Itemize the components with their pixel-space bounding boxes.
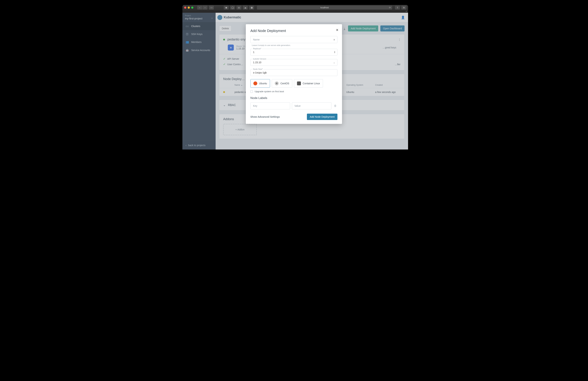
toolbar-ext-2-icon[interactable]: ◯ — [230, 6, 235, 10]
share-button[interactable]: ⇪ — [395, 6, 400, 10]
kubelet-label: kubelet Version — [252, 58, 267, 60]
tab-strip: + — [182, 10, 408, 13]
toolbar-grid-icon[interactable]: ▦ — [249, 6, 254, 10]
kubelet-version-field[interactable]: kubelet Version 1.15.10 ⌄ — [250, 59, 337, 66]
value-label: Value — [294, 104, 301, 107]
url-text: localhost — [320, 6, 329, 9]
name-field[interactable]: Name ⤭ — [250, 36, 337, 43]
number-stepper-icon[interactable]: ▲▼ — [334, 51, 336, 53]
minimize-window-icon[interactable] — [188, 6, 190, 9]
checkbox-icon — [250, 90, 253, 93]
maximize-window-icon[interactable] — [191, 6, 193, 9]
close-window-icon[interactable] — [184, 6, 186, 9]
container-linux-icon — [297, 81, 301, 85]
toolbar-ext-1-icon[interactable]: ◉ — [224, 6, 229, 10]
chevron-down-icon: ⌄ — [333, 61, 335, 64]
window-controls — [184, 6, 193, 9]
node-size-field[interactable]: Node Size* s-1vcpu-1gb — [250, 69, 337, 76]
os-option-centos[interactable]: CentOS — [272, 79, 292, 88]
reload-icon[interactable]: ⟳ — [389, 6, 391, 9]
trash-icon[interactable]: 🗑 — [333, 104, 337, 108]
upgrade-on-boot-checkbox[interactable]: Upgrade system on first boot — [250, 90, 337, 93]
os-label: Ubuntu — [259, 82, 267, 85]
os-option-container-linux[interactable]: Container Linux — [294, 79, 323, 88]
os-label: Container Linux — [303, 82, 320, 85]
node-size-label: Node Size* — [252, 68, 263, 70]
node-labels-title: Node Labels — [250, 96, 337, 100]
key-label: Key — [253, 104, 257, 107]
add-node-deployment-modal: Add Node Deployment ✕ Name ⤭ Leave it em… — [246, 24, 342, 124]
show-advanced-link[interactable]: Show Advanced Settings — [250, 115, 280, 118]
address-bar[interactable]: localhost ⟳ — [257, 6, 392, 10]
toolbar-ext-3-icon[interactable]: ◎ — [236, 6, 241, 10]
nav-back-button[interactable]: ‹ — [197, 6, 202, 10]
browser-titlebar: ‹ › ▭ ◉ ◯ ◎ ☁ ▦ localhost ⟳ ⇪ ⧉ — [182, 5, 408, 10]
nav-forward-button[interactable]: › — [203, 6, 208, 10]
upgrade-label: Upgrade system on first boot — [255, 90, 284, 93]
replicas-field[interactable]: Replicas* 1 ▲▼ — [250, 49, 337, 55]
tabs-button[interactable]: ⧉ — [401, 6, 406, 10]
label-value-field[interactable]: Value — [292, 102, 332, 109]
toolbar-cloud-icon[interactable]: ☁ — [243, 6, 248, 10]
sidebar-toggle-button[interactable]: ▭ — [209, 6, 214, 10]
submit-add-node-deployment-button[interactable]: Add Node Deployment — [307, 114, 337, 120]
os-label: CentOS — [280, 82, 289, 85]
ubuntu-icon — [253, 81, 257, 85]
os-option-ubuntu[interactable]: Ubuntu — [250, 79, 270, 88]
close-icon[interactable]: ✕ — [336, 28, 338, 32]
name-label: Name — [253, 38, 260, 41]
replicas-label: Replicas* — [252, 47, 262, 50]
label-key-field[interactable]: Key — [250, 102, 290, 109]
node-size-value: s-1vcpu-1gb — [253, 71, 335, 74]
centos-icon — [275, 81, 279, 85]
modal-title: Add Node Deployment — [250, 29, 337, 33]
shuffle-icon[interactable]: ⤭ — [333, 38, 335, 41]
name-hint: Leave it empty to use server-side genera… — [252, 44, 337, 46]
kubelet-value: 1.15.10 — [253, 61, 335, 64]
new-tab-button[interactable]: + — [406, 10, 407, 13]
replicas-value: 1 — [253, 51, 335, 54]
